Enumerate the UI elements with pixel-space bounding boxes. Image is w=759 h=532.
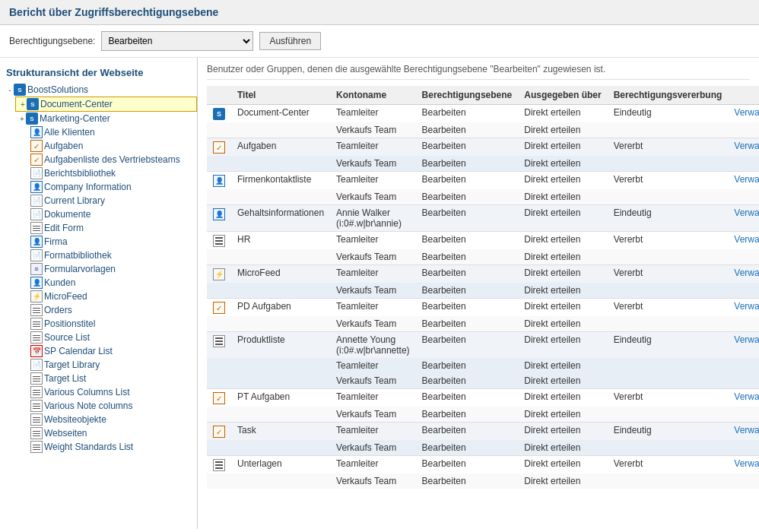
tree-item-alle-klienten[interactable]: 👤 Alle Klienten <box>27 125 197 139</box>
tree-item-formatbibliothek[interactable]: 📄 Formatbibliothek <box>27 249 197 262</box>
calendar-icon: 📅 <box>30 345 43 357</box>
manage-link[interactable]: Verwalten <box>734 107 759 118</box>
row-manage[interactable]: Verwalten <box>728 105 759 123</box>
row-manage[interactable]: Verwalten <box>728 205 759 232</box>
tree-item-websiteobjekte[interactable]: Websiteobjekte <box>27 413 197 426</box>
row-vererbung <box>608 189 729 205</box>
tree-item-marketing[interactable]: + S Marketing-Center <box>15 112 197 125</box>
row-title-empty <box>231 189 330 205</box>
tree-item-sp-calendar[interactable]: 📅 SP Calendar List <box>27 344 197 358</box>
sidebar-title: Strukturansicht der Webseite <box>0 64 197 83</box>
tree-item-webseiten[interactable]: Webseiten <box>27 426 197 440</box>
list-icon-1 <box>30 222 43 234</box>
tree-item-orders[interactable]: Orders <box>27 303 197 317</box>
row-manage[interactable]: Verwalten <box>728 299 759 317</box>
row-kontoname: Verkaufs Team <box>330 249 416 265</box>
tree-item-various-columns[interactable]: Various Columns List <box>27 385 197 399</box>
tree-label-aufgabenliste: Aufgabenliste des Vertriebsteams <box>44 154 180 165</box>
row-manage[interactable]: Verwalten <box>728 265 759 283</box>
tree-item-berichtsbibliothek[interactable]: 📄 Berichtsbibliothek <box>27 166 197 180</box>
row-manage[interactable]: Verwalten <box>728 456 759 474</box>
row-kontoname: Verkaufs Team <box>330 373 416 389</box>
table-row: ✓ Aufgaben Teamleiter Bearbeiten Direkt … <box>207 138 759 157</box>
manage-link[interactable]: Verwalten <box>734 141 759 151</box>
tree-item-weight-standards[interactable]: Weight Standards List <box>27 440 197 454</box>
table-row: Unterlagen Teamleiter Bearbeiten Direkt … <box>207 456 759 474</box>
row-manage[interactable]: Verwalten <box>728 138 759 157</box>
run-button[interactable]: Ausführen <box>259 32 321 50</box>
doc-icon-3: 📄 <box>30 208 43 220</box>
tree-item-source-list[interactable]: Source List <box>27 331 197 344</box>
row-ebene: Bearbeiten <box>416 407 519 423</box>
row-ausgegeben: Direkt erteilen <box>518 138 607 157</box>
manage-link[interactable]: Verwalten <box>734 334 759 345</box>
tree-label-target-list: Target List <box>44 373 86 384</box>
manage-link[interactable]: Verwalten <box>734 425 759 435</box>
row-icon-empty <box>207 249 231 265</box>
sidebar: Strukturansicht der Webseite - S BoostSo… <box>0 58 198 529</box>
row-kontoname: Verkaufs Team <box>330 473 416 489</box>
row-vererbung <box>608 358 729 373</box>
row-icon-empty <box>207 156 231 172</box>
manage-link[interactable]: Verwalten <box>734 391 759 402</box>
tree-item-firma[interactable]: 👤 Firma <box>27 235 197 249</box>
tree-item-aufgaben[interactable]: ✓ Aufgaben <box>27 139 197 153</box>
tree-item-document-center[interactable]: + S Document-Center <box>15 97 197 112</box>
tree-label-kunden: Kunden <box>44 277 75 288</box>
manage-link[interactable]: Verwalten <box>734 301 759 312</box>
tree-item-formularvorlagen[interactable]: ≡ Formularvorlagen <box>27 262 197 276</box>
row-title-empty <box>231 358 330 373</box>
row-ebene: Bearbeiten <box>416 373 519 389</box>
expand-icon: - <box>6 86 14 93</box>
row-ausgegeben: Direkt erteilen <box>518 332 607 359</box>
table-row: 👤 Gehaltsinformationen Annie Walker (i:0… <box>207 205 759 232</box>
row-ausgegeben: Direkt erteilen <box>518 205 607 232</box>
row-kontoname: Teamleiter <box>330 299 416 317</box>
row-title-empty <box>231 249 330 265</box>
tree-item-boost[interactable]: - S BoostSolutions <box>3 83 197 97</box>
row-icon-empty <box>207 473 231 489</box>
tree-item-current-library[interactable]: 📄 Current Library <box>27 194 197 207</box>
list-icon-5 <box>30 372 43 385</box>
tasks-icon-2: ✓ <box>30 154 43 166</box>
row-ausgegeben: Direkt erteilen <box>518 389 607 407</box>
row-icon-empty <box>207 316 231 332</box>
tree-item-aufgabenliste[interactable]: ✓ Aufgabenliste des Vertriebsteams <box>27 153 197 166</box>
tree-item-kunden[interactable]: 👤 Kunden <box>27 276 197 290</box>
row-manage[interactable]: Verwalten <box>728 232 759 250</box>
row-manage-empty <box>728 189 759 205</box>
boost-icon: S <box>14 84 26 96</box>
manage-link[interactable]: Verwalten <box>734 234 759 245</box>
row-manage[interactable]: Verwalten <box>728 423 759 441</box>
manage-link[interactable]: Verwalten <box>734 268 759 278</box>
row-vererbung <box>608 473 729 489</box>
manage-link[interactable]: Verwalten <box>734 458 759 469</box>
manage-link[interactable]: Verwalten <box>734 174 759 185</box>
manage-link[interactable]: Verwalten <box>734 207 759 218</box>
table-header-row: Titel Kontoname Berechtigungsebene Ausge… <box>207 86 759 105</box>
row-icon-empty <box>207 373 231 389</box>
tree-item-target-library[interactable]: 📄 Target Library <box>27 358 197 372</box>
tree-item-positionstitel[interactable]: Positionstitel <box>27 317 197 331</box>
row-icon-cell: S <box>207 105 231 123</box>
row-manage[interactable]: Verwalten <box>728 389 759 407</box>
row-title-empty <box>231 316 330 332</box>
row-manage[interactable]: Verwalten <box>728 172 759 190</box>
col-vererbung: Berechtigungsvererbung <box>608 86 729 105</box>
tree-label-aufgaben: Aufgaben <box>44 141 83 151</box>
tree-item-target-list[interactable]: Target List <box>27 372 197 385</box>
tree-label-various-note: Various Note columns <box>44 401 133 411</box>
tree-item-dokumente[interactable]: 📄 Dokumente <box>27 207 197 221</box>
table-row: Verkaufs Team Bearbeiten Direkt erteilen <box>207 373 759 389</box>
tree-item-various-note[interactable]: Various Note columns <box>27 399 197 413</box>
tree-item-microfeed[interactable]: ⚡ MicroFeed <box>27 290 197 303</box>
tree-label-document-center: Document-Center <box>40 99 113 109</box>
row-manage-empty <box>728 473 759 489</box>
tree-item-edit-form[interactable]: Edit Form <box>27 221 197 235</box>
permission-level-select[interactable]: Bearbeiten Lesen Vollzugriff Entwerfen <box>101 31 253 51</box>
boost-doc-icon: S <box>27 98 39 110</box>
tree-item-company-info[interactable]: 👤 Company Information <box>27 180 197 194</box>
row-vererbung <box>608 249 729 265</box>
row-manage[interactable]: Verwalten <box>728 332 759 359</box>
row-title: MicroFeed <box>231 265 330 283</box>
